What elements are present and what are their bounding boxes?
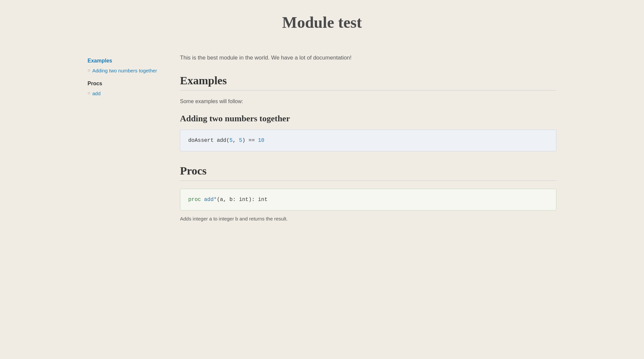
procs-heading: Procs <box>180 165 556 177</box>
code-eq: ) == <box>242 138 258 143</box>
sidebar-procs-section: Procs ○ add <box>88 81 160 97</box>
sidebar-link-adding-two-numbers[interactable]: Adding two numbers together <box>92 67 157 74</box>
page-title: Module test <box>0 13 644 31</box>
sidebar-examples-label: Examples <box>88 58 160 64</box>
proc-name: add* <box>204 197 217 203</box>
code-doassert: doAssert add( <box>188 138 230 143</box>
proc-signature: (a, b: int): int <box>217 197 268 203</box>
example-code-block: doAssert add(5, 5) == 10 <box>180 130 556 151</box>
sidebar-procs-label: Procs <box>88 81 160 87</box>
examples-description: Some examples will follow: <box>180 99 556 104</box>
examples-divider <box>180 90 556 91</box>
proc-space <box>201 197 204 203</box>
sidebar-link-add[interactable]: add <box>92 90 100 97</box>
code-result: 10 <box>258 138 264 143</box>
sidebar-examples-section: Examples ○ Adding two numbers together <box>88 58 160 74</box>
examples-heading: Examples <box>180 74 556 87</box>
code-num2: 5 <box>239 138 242 143</box>
proc-code-block: proc add*(a, b: int): int <box>180 189 556 211</box>
main-content: This is the best module in the world. We… <box>173 55 556 221</box>
sidebar: Examples ○ Adding two numbers together P… <box>88 55 173 221</box>
sidebar-add-bullet-icon: ○ <box>88 91 90 96</box>
proc-keyword: proc <box>188 197 201 203</box>
code-num1: 5 <box>230 138 233 143</box>
code-comma: , <box>233 138 239 143</box>
sidebar-item-add[interactable]: ○ add <box>88 90 160 97</box>
example-subheading: Adding two numbers together <box>180 114 556 124</box>
sidebar-bullet-icon: ○ <box>88 68 90 73</box>
page-header: Module test <box>0 0 644 41</box>
sidebar-item-adding-two-numbers[interactable]: ○ Adding two numbers together <box>88 67 160 74</box>
proc-description: Adds integer a to integer b and returns … <box>180 216 556 221</box>
intro-text: This is the best module in the world. We… <box>180 55 556 61</box>
procs-section: Procs proc add*(a, b: int): int Adds int… <box>180 165 556 221</box>
procs-divider <box>180 180 556 181</box>
